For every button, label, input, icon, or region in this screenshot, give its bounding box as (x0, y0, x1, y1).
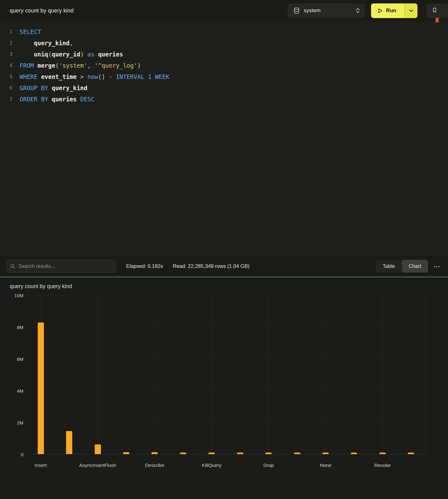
bar[interactable] (265, 453, 272, 454)
plot-area (26, 295, 425, 454)
code-lines: 1SELECT2 query_kind,3 uniq(query_id) as … (0, 26, 448, 105)
gridline-horizontal (26, 390, 425, 391)
gridline-vertical (98, 295, 98, 454)
gridline-vertical (425, 295, 426, 454)
y-axis: 02M4M6M8M10M (0, 295, 23, 454)
elapsed-stat: Elapsed: 0.182s (126, 263, 163, 269)
bar[interactable] (322, 453, 329, 454)
bar[interactable] (123, 452, 129, 454)
more-options-button[interactable] (432, 261, 442, 271)
line-number: 3 (0, 49, 12, 60)
y-tick-label: 4M (17, 388, 23, 394)
search-icon (10, 264, 15, 269)
code-text: SELECT (12, 26, 41, 37)
chart-title: query count by query kind (0, 283, 448, 290)
pin-icon (432, 7, 437, 14)
database-selector-value: system (304, 7, 351, 14)
line-number: 2 (0, 37, 12, 49)
code-line[interactable]: 5WHERE event_time > now() - INTERVAL 1 W… (0, 71, 448, 82)
line-number: 1 (0, 26, 12, 37)
gridline-vertical (326, 295, 326, 454)
y-tick-label: 6M (17, 356, 23, 362)
gridline-horizontal (26, 422, 425, 423)
gridline-vertical (212, 295, 212, 454)
code-line[interactable]: 1SELECT (0, 26, 448, 37)
bar[interactable] (66, 431, 72, 454)
run-button[interactable]: Run (371, 3, 404, 18)
run-button-group: Run (371, 3, 417, 18)
chart-panel: query count by query kind 02M4M6M8M10M I… (0, 277, 448, 499)
run-button-label: Run (386, 7, 396, 14)
x-tick-label: AsyncInsertFlush (79, 463, 116, 468)
gridline-vertical (269, 295, 269, 454)
code-line[interactable]: 6GROUP BY query_kind (0, 82, 448, 94)
code-line[interactable]: 7ORDER BY queries DESC (0, 94, 448, 105)
bar[interactable] (237, 453, 243, 454)
gridline-vertical (383, 295, 383, 454)
line-number: 5 (0, 71, 12, 82)
database-icon (294, 7, 299, 14)
gridline-horizontal (26, 359, 425, 359)
bar[interactable] (38, 322, 44, 454)
line-number: 7 (0, 94, 12, 105)
x-tick-label: Revoke (374, 463, 391, 468)
ellipsis-icon (434, 266, 440, 268)
results-toolbar: Elapsed: 0.182s Read: 22,285,349 rows (1… (0, 256, 448, 277)
chevron-up-down-icon (356, 7, 360, 14)
code-line[interactable]: 2 query_kind, (0, 37, 448, 49)
view-toggle-chart[interactable]: Chart (402, 260, 428, 273)
run-options-button[interactable] (404, 3, 417, 18)
gridline-horizontal (26, 327, 425, 327)
sql-console-app: query count by query kind system (0, 0, 448, 499)
chart-area: 02M4M6M8M10M InsertAsyncInsertFlushDescr… (0, 292, 448, 485)
read-stat: Read: 22,285,349 rows (1.04 GB) (173, 263, 250, 269)
top-toolbar: query count by query kind system (0, 0, 448, 21)
bar[interactable] (294, 453, 300, 454)
x-axis: InsertAsyncInsertFlushDescribeKillQueryD… (26, 463, 425, 471)
code-text: ORDER BY queries DESC (12, 94, 94, 105)
code-text: query_kind, (12, 37, 73, 49)
y-tick-label: 2M (17, 420, 23, 425)
bar[interactable] (180, 453, 186, 454)
bar[interactable] (351, 453, 357, 454)
code-text: WHERE event_time > now() - INTERVAL 1 WE… (12, 71, 169, 82)
bar[interactable] (95, 444, 101, 454)
x-tick-label: Describe (145, 463, 164, 468)
view-toggle-table[interactable]: Table (376, 260, 402, 273)
bar[interactable] (379, 453, 386, 454)
query-title: query count by query kind (10, 7, 74, 14)
chevron-down-icon (409, 9, 413, 12)
bar[interactable] (151, 452, 158, 454)
gridline-horizontal (26, 295, 425, 296)
line-number: 4 (0, 60, 12, 71)
toolbar-actions: system Run (288, 3, 448, 18)
gridline-vertical (155, 295, 155, 454)
bar[interactable] (208, 453, 215, 454)
code-line[interactable]: 4FROM merge('system', '^query_log') (0, 60, 448, 71)
line-number: 6 (0, 82, 12, 94)
y-tick-label: 10M (14, 293, 23, 298)
x-tick-label: Insert (35, 463, 47, 468)
database-selector[interactable]: system (288, 3, 365, 18)
code-text: GROUP BY query_kind (12, 82, 87, 94)
code-line[interactable]: 3 uniq(query_id) as queries (0, 49, 448, 60)
code-text: FROM merge('system', '^query_log') (12, 60, 141, 71)
pin-button[interactable] (426, 3, 448, 18)
y-tick-label: 8M (17, 325, 23, 330)
y-tick-label: 0 (21, 452, 23, 457)
scrollbar-error-marker (436, 18, 439, 22)
x-tick-label: Drop (263, 463, 274, 468)
x-tick-label: KillQuery (202, 463, 222, 468)
x-tick-label: None (320, 463, 331, 468)
search-results-box (6, 260, 116, 273)
bar[interactable] (408, 453, 414, 454)
search-results-input[interactable] (18, 263, 112, 269)
play-icon (378, 8, 383, 13)
code-text: uniq(query_id) as queries (12, 49, 123, 60)
sql-editor[interactable]: 1SELECT2 query_kind,3 uniq(query_id) as … (0, 21, 448, 256)
view-toggle: Table Chart (376, 260, 428, 273)
